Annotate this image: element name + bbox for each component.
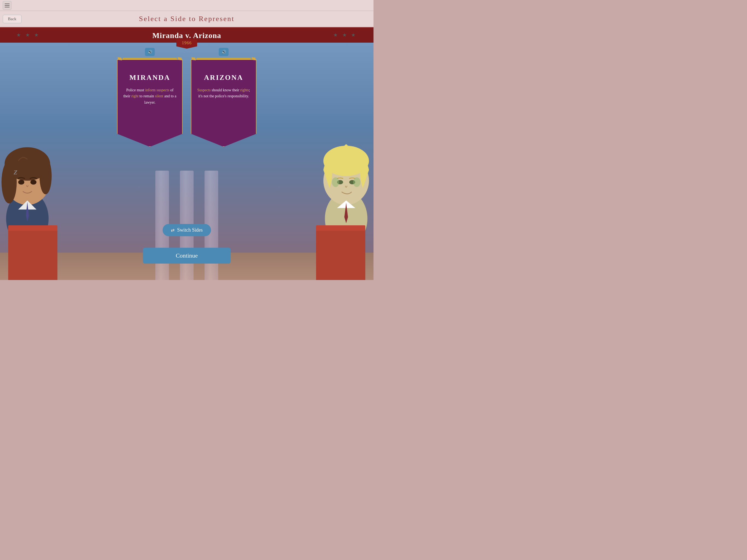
switch-sides-label: Switch Sides xyxy=(177,227,203,233)
rod-diamond-right xyxy=(250,56,258,61)
arizona-rod xyxy=(191,57,256,61)
continue-button[interactable]: Continue xyxy=(143,248,231,263)
highlight: inform suspects xyxy=(145,88,169,92)
miranda-banner[interactable]: MIRANDA Police must inform suspects of t… xyxy=(117,59,183,147)
top-bar xyxy=(0,0,374,11)
svg-text:Z: Z xyxy=(14,169,18,176)
year-badge: 1966 xyxy=(176,40,197,49)
arizona-banner-wrapper: 🔊 ARIZONA Suspects should know their rig… xyxy=(191,49,256,147)
svg-point-6 xyxy=(18,180,24,184)
rod-bar xyxy=(123,58,177,59)
svg-point-5 xyxy=(40,158,51,194)
svg-point-15 xyxy=(332,177,339,187)
rod-diamond-right xyxy=(176,56,184,61)
arizona-sound-button[interactable]: 🔊 xyxy=(219,48,229,56)
highlight: Suspects xyxy=(198,88,211,92)
menu-line xyxy=(5,4,9,4)
banners-container: 🔊 MIRANDA Police must inform suspects of… xyxy=(88,49,285,147)
rod-bar xyxy=(196,58,251,59)
header: Back Select a Side to Represent xyxy=(0,11,374,27)
switch-arrows-icon: ⇄ xyxy=(171,228,175,233)
menu-button[interactable] xyxy=(3,1,11,10)
case-title: Miranda v. Arizona xyxy=(152,31,221,40)
miranda-banner-wrapper: 🔊 MIRANDA Police must inform suspects of… xyxy=(117,49,183,147)
page-title: Select a Side to Represent xyxy=(139,15,234,23)
miranda-rod xyxy=(117,57,183,61)
arizona-banner-text: Suspects should know their rights; it's … xyxy=(197,87,251,100)
back-button[interactable]: Back xyxy=(3,15,22,23)
highlight: right xyxy=(131,94,138,98)
miranda-banner-text: Police must inform suspects of their rig… xyxy=(123,87,177,105)
svg-point-16 xyxy=(353,177,361,187)
menu-line xyxy=(5,5,9,6)
svg-point-4 xyxy=(2,161,17,203)
arizona-banner-title: ARIZONA xyxy=(197,74,251,82)
highlight: silent xyxy=(155,94,163,98)
main-content: Miranda v. Arizona 1966 xyxy=(0,27,374,280)
menu-line xyxy=(5,7,9,7)
arizona-banner[interactable]: ARIZONA Suspects should know their right… xyxy=(191,59,256,147)
miranda-banner-title: MIRANDA xyxy=(123,74,177,82)
podium-right xyxy=(316,225,365,280)
switch-sides-button[interactable]: ⇄ Switch Sides xyxy=(163,224,211,236)
miranda-sound-button[interactable]: 🔊 xyxy=(145,48,155,56)
podium-left xyxy=(8,225,57,280)
svg-point-7 xyxy=(30,180,36,184)
highlight: rights xyxy=(240,88,249,92)
